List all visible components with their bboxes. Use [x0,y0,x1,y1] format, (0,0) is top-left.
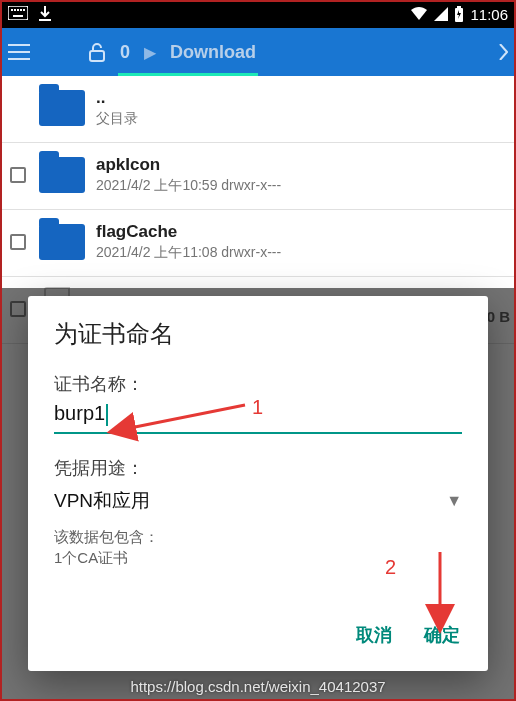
screenshot-border [0,0,516,701]
